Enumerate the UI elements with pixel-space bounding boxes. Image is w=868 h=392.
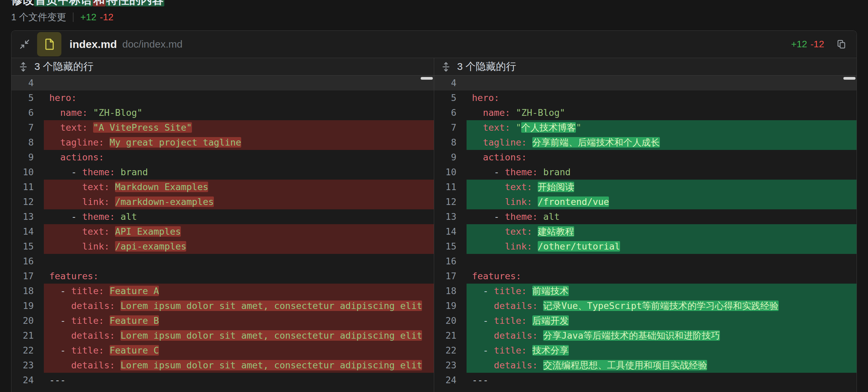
diff-line-old-5: 5hero: xyxy=(11,90,434,105)
code-text: text: "个人技术博客" xyxy=(467,120,857,135)
line-number: 24 xyxy=(434,373,467,388)
code-text: - title: 技术分享 xyxy=(467,343,857,358)
diff-line-new-24: 24--- xyxy=(434,373,857,388)
line-number: 20 xyxy=(11,313,44,328)
line-number: 9 xyxy=(11,150,44,165)
diff-line-old-8: 8 tagline: My great project tagline xyxy=(11,135,434,150)
file-name: index.md xyxy=(69,38,117,51)
commit-title-segment: 特性的内容 xyxy=(106,0,164,6)
diff-line-new-8: 8 tagline: 分享前端、后端技术和个人成长 xyxy=(434,135,857,150)
code-text: - theme: brand xyxy=(44,165,434,180)
unfold-lines-icon xyxy=(441,62,451,72)
line-number: 6 xyxy=(434,105,467,120)
line-number: 14 xyxy=(11,224,44,239)
diff-line-old-19: 19 details: Lorem ipsum dolor sit amet, … xyxy=(11,298,434,313)
file-path: doc/index.md xyxy=(122,38,182,50)
diff-line-old-13: 13 - theme: alt xyxy=(11,209,434,224)
expand-hidden-lines-button[interactable] xyxy=(441,62,451,72)
line-number: 14 xyxy=(434,224,467,239)
line-number: 19 xyxy=(11,298,44,313)
commit-title: 修改首页中标语和特性的内容 xyxy=(11,0,551,8)
diff-line-old-6: 6 name: "ZH-Blog" xyxy=(11,105,434,120)
file-additions-count: +12 xyxy=(791,39,807,50)
line-number: 16 xyxy=(434,254,467,269)
line-number: 12 xyxy=(11,194,44,209)
line-number: 8 xyxy=(11,135,44,150)
hidden-lines-label: 3 个隐藏的行 xyxy=(34,60,93,74)
code-text: text: 开始阅读 xyxy=(467,180,857,194)
code-text: - theme: alt xyxy=(44,209,434,224)
code-text: details: 交流编程思想、工具使用和项目实战经验 xyxy=(467,358,857,373)
collapse-file-button[interactable] xyxy=(14,31,35,58)
diff-line-old-12: 12 link: /markdown-examples xyxy=(11,194,434,209)
code-text: details: Lorem ipsum dolor sit amet, con… xyxy=(44,358,434,373)
expand-hidden-lines-button[interactable] xyxy=(18,62,28,72)
diff-line-old-17: 17features: xyxy=(11,269,434,284)
hidden-lines-bar-old: 3 个隐藏的行 xyxy=(11,58,434,76)
change-summary: 1 个文件变更 +12 -12 xyxy=(11,11,113,23)
diff-line-old-4: 4 xyxy=(11,76,434,90)
code-text: name: "ZH-Blog" xyxy=(44,105,434,120)
line-number: 17 xyxy=(11,269,44,284)
files-changed-label: 1 个文件变更 xyxy=(11,11,66,24)
commit-title-segment: 和 xyxy=(93,0,106,6)
line-number: 4 xyxy=(434,76,467,90)
diff-line-old-14: 14 text: API Examples xyxy=(11,224,434,239)
hidden-lines-label: 3 个隐藏的行 xyxy=(457,60,516,74)
line-number: 17 xyxy=(434,269,467,284)
diff-line-new-7: 7 text: "个人技术博客" xyxy=(434,120,857,135)
code-lines-old: 45hero:6 name: "ZH-Blog"7 text: "A ViteP… xyxy=(11,76,434,388)
diff-line-old-24: 24--- xyxy=(11,373,434,388)
line-number: 22 xyxy=(11,343,44,358)
line-number: 4 xyxy=(11,76,44,90)
summary-divider xyxy=(73,12,74,22)
line-number: 15 xyxy=(11,239,44,254)
scrollbar-thumb[interactable] xyxy=(421,77,433,80)
line-number: 8 xyxy=(434,135,467,150)
diff-line-new-9: 9 actions: xyxy=(434,150,857,165)
diff-line-new-17: 17features: xyxy=(434,269,857,284)
code-lines-new: 45hero:6 name: "ZH-Blog"7 text: "个人技术博客"… xyxy=(434,76,857,388)
file-type-badge xyxy=(37,32,61,56)
scrollbar-thumb[interactable] xyxy=(843,77,856,80)
line-number: 18 xyxy=(11,284,44,298)
line-number: 7 xyxy=(434,120,467,135)
code-text: link: /other/tutorial xyxy=(467,239,857,254)
additions-count: +12 xyxy=(80,12,96,23)
line-number: 24 xyxy=(11,373,44,388)
commit-title-segment: 修改 xyxy=(11,0,34,6)
code-text: - title: Feature B xyxy=(44,313,434,328)
line-number: 22 xyxy=(434,343,467,358)
line-number: 23 xyxy=(11,358,44,373)
diff-line-new-18: 18 - title: 前端技术 xyxy=(434,284,857,298)
code-text: details: 分享Java等后端技术的基础知识和进阶技巧 xyxy=(467,328,857,343)
code-text: hero: xyxy=(467,90,857,105)
line-number: 10 xyxy=(11,165,44,180)
code-text xyxy=(44,254,434,269)
code-text xyxy=(44,76,434,90)
file-diff-panel: index.md doc/index.md +12 -12 xyxy=(11,30,857,392)
line-number: 13 xyxy=(11,209,44,224)
copy-button[interactable] xyxy=(836,39,846,49)
unfold-lines-icon xyxy=(18,62,28,72)
diff-line-new-6: 6 name: "ZH-Blog" xyxy=(434,105,857,120)
code-text: text: Markdown Examples xyxy=(44,180,434,194)
line-number: 20 xyxy=(434,313,467,328)
diff-line-old-23: 23 details: Lorem ipsum dolor sit amet, … xyxy=(11,358,434,373)
line-number: 11 xyxy=(434,180,467,194)
diff-line-old-9: 9 actions: xyxy=(11,150,434,165)
line-number: 18 xyxy=(434,284,467,298)
code-text: text: API Examples xyxy=(44,224,434,239)
line-number: 6 xyxy=(11,105,44,120)
diff-line-new-19: 19 details: 记录Vue、TypeScript等前端技术的学习心得和实… xyxy=(434,298,857,313)
code-text: - theme: alt xyxy=(467,209,857,224)
file-change-counts: +12 -12 xyxy=(791,39,824,50)
code-text: text: 建站教程 xyxy=(467,224,857,239)
code-text: - title: 前端技术 xyxy=(467,284,857,298)
line-number: 19 xyxy=(434,298,467,313)
markdown-file-icon xyxy=(43,37,56,51)
hidden-lines-bar-new: 3 个隐藏的行 xyxy=(434,58,857,76)
code-text: name: "ZH-Blog" xyxy=(467,105,857,120)
code-text: tagline: 分享前端、后端技术和个人成长 xyxy=(467,135,857,150)
code-text xyxy=(467,76,857,90)
